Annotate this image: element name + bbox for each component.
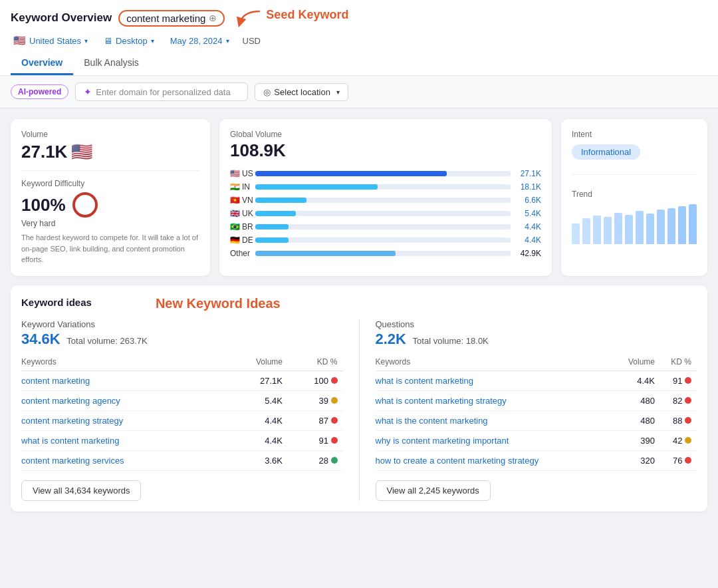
bar-fill [255, 237, 289, 243]
country-code-label: BR [242, 222, 253, 231]
keyword-link[interactable]: what is content marketing strategy [376, 390, 615, 410]
table-row: why is content marketing important 390 4… [376, 430, 697, 450]
variations-sub: Total volume: 263.7K [66, 336, 147, 346]
keyword-link[interactable]: why is content marketing important [376, 430, 615, 450]
other-label: Other [230, 249, 250, 258]
kd-cell: 42 [660, 430, 697, 450]
country-flag-icon: 🇻🇳 [230, 196, 240, 205]
keyword-link[interactable]: content marketing strategy [21, 410, 227, 430]
volume-cell: 4.4K [615, 370, 660, 390]
kd-value-text: 82 [673, 396, 682, 406]
questions-vol-header: Volume [615, 355, 660, 371]
bar-track [255, 224, 511, 229]
questions-sub: Total volume: 18.0K [413, 336, 489, 346]
kd-cell: 39 [288, 390, 343, 410]
keyword-link[interactable]: what is the content marketing [376, 410, 615, 430]
kd-value-text: 91 [318, 436, 328, 446]
kd-value-text: 28 [318, 456, 328, 466]
kd-value-text: 42 [673, 436, 682, 446]
trend-bar [667, 208, 675, 244]
kd-hard-label: Very hard [21, 219, 199, 228]
other-val: 42.9K [516, 249, 541, 258]
variations-tbody: content marketing 27.1K 100 content mark… [21, 370, 343, 470]
bar-track [255, 184, 511, 190]
volume-cell: 4.4K [227, 410, 288, 430]
trend-bar [614, 213, 622, 244]
table-row: content marketing agency 5.4K 39 [21, 390, 343, 410]
keyword-text: content marketing [126, 13, 205, 24]
ideas-header: Keyword ideas New Keyword Ideas [21, 296, 697, 311]
domain-input[interactable]: ✦ Enter domain for personalized data [75, 82, 248, 101]
volume-label: Volume [21, 130, 199, 139]
domain-placeholder: Enter domain for personalized data [96, 87, 230, 97]
trend-bar [582, 218, 590, 244]
volume-cell: 4.4K [227, 430, 288, 450]
kd-dot [685, 377, 691, 384]
trend-label: Trend [572, 190, 697, 199]
global-vol-value: 108.9K [230, 140, 541, 161]
view-all-questions-button[interactable]: View all 2,245 keywords [376, 480, 491, 501]
variations-count: 34.6K [21, 331, 60, 347]
table-row: what is content marketing 4.4K 91 [21, 430, 343, 450]
device-filter[interactable]: 🖥 Desktop ▾ [101, 35, 157, 47]
kd-dot [331, 377, 338, 384]
country-label: United States [29, 36, 81, 46]
keyword-link[interactable]: content marketing [21, 370, 227, 390]
variations-col: Keyword Variations 34.6K Total volume: 2… [21, 319, 343, 501]
kd-description: The hardest keyword to compete for. It w… [21, 232, 199, 265]
ai-badge: AI-powered [11, 84, 68, 99]
location-selector[interactable]: ◎ Select location ▾ [255, 83, 348, 101]
kd-label: Keyword Difficulty [21, 179, 199, 188]
kd-value-text: 88 [673, 416, 682, 426]
variations-kd-header: KD % [288, 355, 343, 371]
kd-value-text: 76 [673, 456, 682, 466]
bar-track [255, 211, 511, 216]
bar-track [255, 237, 511, 243]
country-code: 🇬🇧 UK [230, 209, 250, 218]
kd-cell: 87 [288, 410, 343, 430]
questions-title: Questions [376, 319, 697, 329]
divider2 [572, 174, 697, 175]
intent-trend-card: Intent Informational Trend [561, 119, 707, 276]
ideas-annotation: New Keyword Ideas [156, 296, 281, 311]
keyword-link[interactable]: content marketing services [21, 450, 227, 470]
bar-fill [255, 198, 306, 203]
questions-table: Keywords Volume KD % what is content mar… [376, 355, 697, 471]
view-all-variations-button[interactable]: View all 34,634 keywords [21, 480, 141, 501]
trend-bar [625, 215, 633, 244]
location-chevron-icon: ▾ [336, 88, 340, 96]
volume-cell: 390 [615, 430, 660, 450]
date-chevron-icon: ▾ [226, 37, 229, 45]
table-row: content marketing strategy 4.4K 87 [21, 410, 343, 430]
country-flag-icon: 🇮🇳 [230, 182, 240, 192]
country-code-label: IN [242, 182, 250, 192]
country-code: 🇺🇸 US [230, 169, 250, 178]
bar-fill [255, 211, 296, 216]
keyword-pill[interactable]: content marketing ⊕ [118, 10, 225, 27]
other-bar-fill [255, 251, 396, 256]
arrow-icon [237, 8, 263, 28]
country-code-label: UK [242, 209, 253, 218]
tab-bulk-analysis[interactable]: Bulk Analysis [73, 52, 149, 75]
country-filter[interactable]: 🇺🇸 United States ▾ [11, 33, 90, 48]
keyword-link[interactable]: how to create a content marketing strate… [376, 450, 615, 470]
intent-label: Intent [572, 130, 697, 139]
table-row: how to create a content marketing strate… [376, 450, 697, 470]
kd-value: 100% [21, 192, 199, 218]
volume-cell: 320 [615, 450, 660, 470]
questions-col: Questions 2.2K Total volume: 18.0K Keywo… [376, 319, 697, 501]
kd-cell: 88 [660, 410, 697, 430]
keyword-link[interactable]: what is content marketing [21, 430, 227, 450]
kd-cell: 91 [288, 430, 343, 450]
kd-value-text: 100 [314, 376, 328, 386]
trend-bar [646, 214, 654, 244]
other-row: Other 42.9K [230, 249, 541, 258]
country-value: 4.4K [516, 235, 541, 245]
keyword-link[interactable]: content marketing agency [21, 390, 227, 410]
kd-dot [685, 457, 691, 464]
trend-bar [689, 204, 697, 244]
bar-fill [255, 224, 289, 229]
keyword-link[interactable]: what is content marketing [376, 370, 615, 390]
tab-overview[interactable]: Overview [11, 52, 73, 75]
date-filter[interactable]: May 28, 2024 ▾ [168, 35, 232, 47]
